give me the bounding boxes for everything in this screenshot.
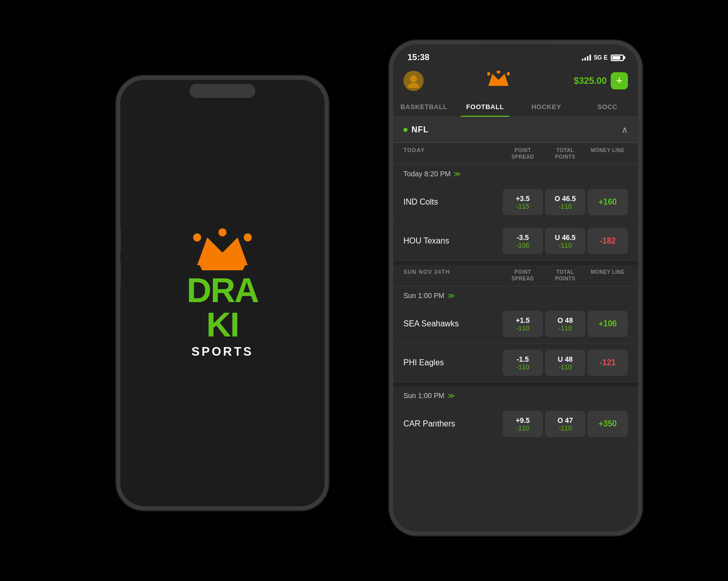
- team-name-hou-texans: HOU Texans: [403, 236, 503, 246]
- car-panthers-spread[interactable]: +9.5 -110: [503, 411, 543, 437]
- car-panthers-total[interactable]: O 47 -110: [545, 411, 585, 437]
- car-panthers-money[interactable]: +350: [587, 411, 628, 437]
- back-phone: DRA KI SPORTS: [116, 76, 329, 510]
- team-name-car-panthers: CAR Panthers: [403, 419, 503, 428]
- hou-texans-total[interactable]: U 46.5 -110: [545, 228, 585, 254]
- sea-seahawks-total-sub: -110: [559, 324, 572, 332]
- back-side-button2: [118, 262, 121, 287]
- phi-eagles-money-val: -121: [600, 358, 616, 367]
- phi-eagles-spread[interactable]: -1.5 -110: [503, 350, 543, 376]
- car-panthers-spread-sub: -110: [516, 424, 529, 432]
- game-time-sun2: Sun 1:00 PM ≫: [393, 386, 638, 405]
- draftkings-logo-icon: [487, 71, 510, 89]
- back-screen: DRA KI SPORTS: [120, 80, 325, 506]
- team-name-sea-seahawks: SEA Seahawks: [403, 319, 503, 328]
- car-panthers-total-main: O 47: [558, 416, 573, 424]
- game-time-text-1: Today 8:20 PM: [403, 170, 450, 178]
- collapse-icon[interactable]: ∧: [621, 124, 628, 135]
- phi-eagles-odds: -1.5 -110 U 48 -110 -121: [503, 350, 628, 376]
- battery-icon: [611, 55, 624, 61]
- hou-texans-spread-sub: -106: [516, 241, 529, 249]
- hou-texans-money-val: -182: [600, 236, 616, 246]
- front-phone: 15:38 5G E: [389, 40, 642, 536]
- svg-point-5: [410, 75, 417, 82]
- league-header: NFL ∧: [393, 117, 638, 143]
- col-point-spread-2: POINTSPREAD: [503, 269, 543, 282]
- game-time-arrow-3[interactable]: ≫: [447, 392, 455, 400]
- phi-eagles-total-sub: -110: [559, 363, 572, 371]
- game-row-hou-texans: HOU Texans -3.5 -106 U 46.5 -110 -182: [393, 222, 638, 261]
- status-time: 15:38: [407, 53, 429, 63]
- tab-basketball[interactable]: BASKETBALL: [393, 97, 454, 117]
- game-row-ind-colts: IND Colts +3.5 -115 O 46.5 -110 +160: [393, 183, 638, 222]
- avatar[interactable]: [403, 71, 424, 91]
- car-panthers-total-sub: -110: [559, 424, 572, 432]
- svg-point-10: [507, 72, 510, 76]
- sun-label: SUN NOV 24TH: [403, 269, 503, 282]
- team-name-phi-eagles: PHI Eagles: [403, 358, 503, 367]
- game-time-arrow-1[interactable]: ≫: [453, 170, 461, 178]
- ind-colts-total[interactable]: O 46.5 -110: [545, 189, 585, 215]
- hou-texans-total-main: U 46.5: [555, 233, 575, 241]
- dk-app-logo: [487, 71, 510, 91]
- ind-colts-spread-main: +3.5: [516, 195, 530, 203]
- ind-colts-spread[interactable]: +3.5 -115: [503, 189, 543, 215]
- ind-colts-total-sub: -110: [559, 203, 572, 210]
- phi-eagles-total[interactable]: U 48 -110: [545, 350, 585, 376]
- col-money-line-2: MONEY LINE: [587, 269, 628, 282]
- today-label: TODAY: [403, 147, 503, 160]
- ind-colts-spread-sub: -115: [516, 203, 529, 210]
- back-side-button1: [118, 226, 121, 252]
- sea-seahawks-money[interactable]: +106: [587, 311, 628, 337]
- ind-colts-money[interactable]: +160: [587, 189, 628, 215]
- sea-seahawks-spread[interactable]: +1.5 -110: [503, 311, 543, 337]
- section-divider-2: [393, 382, 638, 386]
- game-time-arrow-2[interactable]: ≫: [447, 292, 455, 300]
- tab-soccer[interactable]: SOCC: [577, 97, 638, 117]
- car-panthers-money-val: +350: [599, 419, 617, 428]
- add-funds-button[interactable]: +: [611, 72, 628, 89]
- sun-section-header: SUN NOV 24TH POINTSPREAD TOTALPOINTS MON…: [393, 265, 638, 286]
- league-live-dot: [403, 128, 407, 132]
- phi-eagles-spread-main: -1.5: [517, 355, 529, 363]
- dk-sports-text: SPORTS: [192, 345, 254, 359]
- svg-point-8: [487, 72, 490, 76]
- dk-text-line1: DRA: [187, 273, 258, 307]
- sea-seahawks-spread-sub: -110: [516, 324, 529, 332]
- balance-display: $325.00: [574, 76, 607, 86]
- col-money-line: MONEY LINE: [587, 147, 628, 160]
- signal-icon: [582, 55, 591, 61]
- col-total-points: TOTALPOINTS: [545, 147, 585, 160]
- today-col-headers: POINTSPREAD TOTALPOINTS MONEY LINE: [503, 147, 628, 160]
- svg-point-6: [408, 83, 419, 88]
- game-time-text-2: Sun 1:00 PM: [403, 292, 444, 300]
- phi-eagles-spread-sub: -110: [516, 363, 529, 371]
- crown-icon: [192, 227, 253, 273]
- team-name-ind-colts: IND Colts: [403, 198, 503, 207]
- scene: DRA KI SPORTS 15:38: [86, 25, 642, 556]
- hou-texans-money[interactable]: -182: [587, 228, 628, 254]
- sun-col-headers: POINTSPREAD TOTALPOINTS MONEY LINE: [503, 269, 628, 282]
- svg-point-2: [218, 228, 226, 236]
- hou-texans-spread[interactable]: -3.5 -106: [503, 228, 543, 254]
- game-row-sea-seahawks: SEA Seahawks +1.5 -110 O 48 -110 +106: [393, 305, 638, 344]
- tab-football[interactable]: FOOTBALL: [454, 97, 516, 117]
- network-label: 5G E: [594, 54, 608, 61]
- app-header: $325.00 +: [393, 67, 638, 97]
- ind-colts-odds: +3.5 -115 O 46.5 -110 +160: [503, 189, 628, 215]
- sea-seahawks-spread-main: +1.5: [516, 316, 530, 324]
- car-panthers-odds: +9.5 -110 O 47 -110 +350: [503, 411, 628, 437]
- balance-area: $325.00 +: [574, 72, 628, 89]
- phi-eagles-money[interactable]: -121: [587, 350, 628, 376]
- sea-seahawks-total[interactable]: O 48 -110: [545, 311, 585, 337]
- game-row-phi-eagles: PHI Eagles -1.5 -110 U 48 -110 -121: [393, 344, 638, 382]
- today-section-header: TODAY POINTSPREAD TOTALPOINTS MONEY LINE: [393, 143, 638, 165]
- front-notch: [475, 44, 556, 60]
- tab-hockey[interactable]: HOCKEY: [516, 97, 577, 117]
- dk-text-line2: KI: [206, 307, 239, 342]
- sea-seahawks-money-val: +106: [599, 319, 617, 328]
- back-notch: [190, 84, 255, 98]
- col-point-spread: POINTSPREAD: [503, 147, 543, 160]
- sea-seahawks-total-main: O 48: [558, 316, 573, 324]
- car-panthers-spread-main: +9.5: [516, 416, 530, 424]
